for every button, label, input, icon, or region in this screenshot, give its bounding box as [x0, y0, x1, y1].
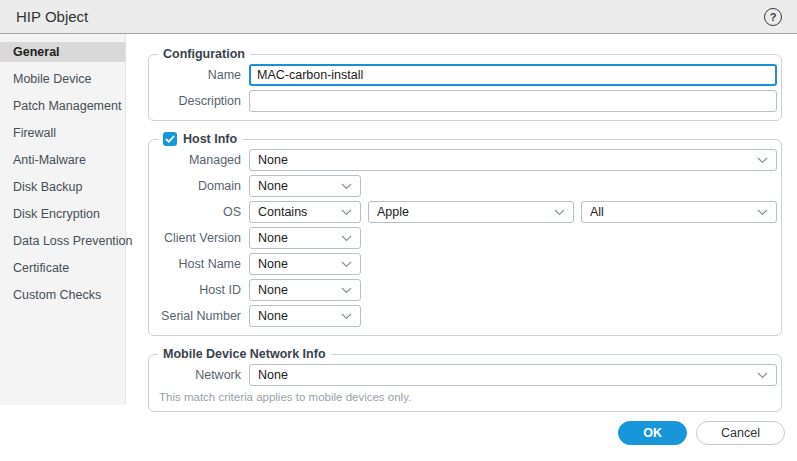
- domain-row: Domain None: [157, 175, 777, 197]
- sidebar-item-disk-encryption[interactable]: Disk Encryption: [0, 204, 125, 224]
- dialog-footer: OK Cancel: [0, 405, 797, 460]
- mobile-network-section: Mobile Device Network Info Network None …: [148, 347, 782, 412]
- help-icon[interactable]: ?: [764, 8, 782, 26]
- network-label: Network: [157, 368, 241, 382]
- chevron-down-icon: [757, 157, 768, 164]
- description-input[interactable]: [249, 90, 777, 112]
- client-version-row: Client Version None: [157, 227, 777, 249]
- serial-number-select[interactable]: None: [249, 305, 361, 327]
- domain-select[interactable]: None: [249, 175, 361, 197]
- managed-label: Managed: [157, 153, 241, 167]
- host-name-select[interactable]: None: [249, 253, 361, 275]
- configuration-legend: Configuration: [158, 47, 250, 61]
- serial-number-label: Serial Number: [157, 309, 241, 323]
- chevron-down-icon: [341, 261, 352, 268]
- network-row: Network None: [157, 364, 777, 386]
- mobile-network-legend: Mobile Device Network Info: [158, 347, 331, 361]
- os-label: OS: [157, 205, 241, 219]
- host-id-select[interactable]: None: [249, 279, 361, 301]
- chevron-down-icon: [554, 209, 565, 216]
- os-version-select[interactable]: All: [581, 201, 777, 223]
- sidebar-item-certificate[interactable]: Certificate: [0, 258, 125, 278]
- ok-button[interactable]: OK: [618, 421, 687, 445]
- chevron-down-icon: [757, 209, 768, 216]
- client-version-select[interactable]: None: [249, 227, 361, 249]
- host-info-legend: Host Info: [158, 132, 242, 146]
- mobile-network-note: This match criteria applies to mobile de…: [159, 391, 777, 403]
- content-panel: Configuration Name Description Ho: [126, 34, 797, 405]
- managed-row: Managed None: [157, 149, 777, 171]
- host-info-section: Host Info Managed None Domain None: [148, 132, 782, 336]
- chevron-down-icon: [757, 372, 768, 379]
- description-row: Description: [157, 90, 777, 112]
- name-input[interactable]: [249, 64, 777, 86]
- host-name-row: Host Name None: [157, 253, 777, 275]
- sidebar-item-firewall[interactable]: Firewall: [0, 123, 125, 143]
- host-id-row: Host ID None: [157, 279, 777, 301]
- os-vendor-select[interactable]: Apple: [368, 201, 574, 223]
- chevron-down-icon: [341, 313, 352, 320]
- sidebar-item-mobile-device[interactable]: Mobile Device: [0, 69, 125, 89]
- name-row: Name: [157, 64, 777, 86]
- name-label: Name: [157, 68, 241, 82]
- host-info-legend-text: Host Info: [183, 132, 237, 146]
- host-info-checkbox[interactable]: [163, 132, 177, 146]
- description-label: Description: [157, 94, 241, 108]
- sidebar-item-patch-management[interactable]: Patch Management: [0, 96, 125, 116]
- sidebar-item-data-loss-prevention[interactable]: Data Loss Prevention: [0, 231, 125, 251]
- configuration-section: Configuration Name Description: [148, 47, 782, 121]
- page-title: HIP Object: [16, 8, 764, 25]
- network-select[interactable]: None: [249, 364, 777, 386]
- sidebar-item-disk-backup[interactable]: Disk Backup: [0, 177, 125, 197]
- sidebar-item-anti-malware[interactable]: Anti-Malware: [0, 150, 125, 170]
- sidebar-item-general[interactable]: General: [0, 42, 125, 62]
- cancel-button[interactable]: Cancel: [696, 421, 785, 445]
- chevron-down-icon: [341, 209, 352, 216]
- os-row: OS Contains Apple: [157, 201, 777, 223]
- chevron-down-icon: [341, 183, 352, 190]
- domain-label: Domain: [157, 179, 241, 193]
- host-id-label: Host ID: [157, 283, 241, 297]
- serial-number-row: Serial Number None: [157, 305, 777, 327]
- sidebar: General Mobile Device Patch Management F…: [0, 34, 126, 405]
- dialog-titlebar: HIP Object ?: [0, 0, 797, 34]
- sidebar-item-custom-checks[interactable]: Custom Checks: [0, 285, 125, 305]
- managed-select[interactable]: None: [249, 149, 777, 171]
- checkmark-icon: [165, 135, 175, 143]
- chevron-down-icon: [341, 287, 352, 294]
- os-criteria-select[interactable]: Contains: [249, 201, 361, 223]
- client-version-label: Client Version: [157, 231, 241, 245]
- host-name-label: Host Name: [157, 257, 241, 271]
- os-selects: Contains Apple All: [249, 201, 777, 223]
- dialog-body: General Mobile Device Patch Management F…: [0, 34, 797, 405]
- chevron-down-icon: [341, 235, 352, 242]
